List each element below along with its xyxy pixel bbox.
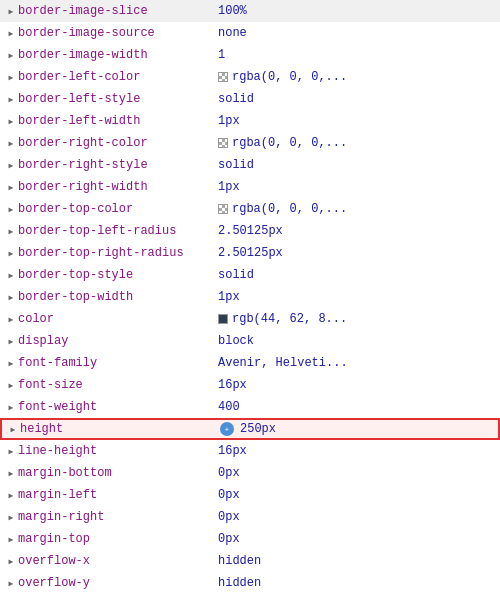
expand-arrow-height[interactable]: ▶	[6, 422, 20, 436]
prop-name-overflow-x: overflow-x	[18, 554, 218, 568]
expand-arrow-border-left-color[interactable]: ▶	[4, 70, 18, 84]
color-swatch-border-top-color[interactable]	[218, 204, 228, 214]
prop-value-line-height: 16px	[218, 444, 500, 458]
color-swatch-border-left-color[interactable]	[218, 72, 228, 82]
css-row-border-right-style[interactable]: ▶border-right-stylesolid	[0, 154, 500, 176]
prop-value-text-font-weight: 400	[218, 400, 240, 414]
css-row-margin-top[interactable]: ▶margin-top0px	[0, 528, 500, 550]
prop-value-text-border-top-style: solid	[218, 268, 254, 282]
expand-arrow-border-top-style[interactable]: ▶	[4, 268, 18, 282]
css-row-border-left-style[interactable]: ▶border-left-stylesolid	[0, 88, 500, 110]
css-row-margin-bottom[interactable]: ▶margin-bottom0px	[0, 462, 500, 484]
css-row-line-height[interactable]: ▶line-height16px	[0, 440, 500, 462]
prop-value-text-border-left-style: solid	[218, 92, 254, 106]
css-row-border-image-width[interactable]: ▶border-image-width1	[0, 44, 500, 66]
expand-arrow-border-left-width[interactable]: ▶	[4, 114, 18, 128]
prop-name-border-right-style: border-right-style	[18, 158, 218, 172]
color-swatch-color[interactable]	[218, 314, 228, 324]
expand-arrow-border-left-style[interactable]: ▶	[4, 92, 18, 106]
css-row-font-weight[interactable]: ▶font-weight400	[0, 396, 500, 418]
expand-arrow-border-top-width[interactable]: ▶	[4, 290, 18, 304]
prop-value-text-font-family: Avenir, Helveti...	[218, 356, 348, 370]
css-row-height[interactable]: ▶height+250px	[0, 418, 500, 440]
expand-arrow-font-weight[interactable]: ▶	[4, 400, 18, 414]
prop-value-text-overflow-x: hidden	[218, 554, 261, 568]
expand-arrow-font-family[interactable]: ▶	[4, 356, 18, 370]
prop-value-text-height: 250px	[240, 422, 276, 436]
css-row-margin-right[interactable]: ▶margin-right0px	[0, 506, 500, 528]
edit-icon-height[interactable]: +	[220, 422, 234, 436]
expand-arrow-margin-top[interactable]: ▶	[4, 532, 18, 546]
prop-value-border-right-width: 1px	[218, 180, 500, 194]
prop-value-overflow-x: hidden	[218, 554, 500, 568]
prop-name-border-left-width: border-left-width	[18, 114, 218, 128]
expand-arrow-border-image-source[interactable]: ▶	[4, 26, 18, 40]
expand-arrow-overflow-x[interactable]: ▶	[4, 554, 18, 568]
prop-value-text-border-image-slice: 100%	[218, 4, 247, 18]
prop-value-margin-bottom: 0px	[218, 466, 500, 480]
css-row-border-top-right-radius[interactable]: ▶border-top-right-radius2.50125px	[0, 242, 500, 264]
expand-arrow-border-image-slice[interactable]: ▶	[4, 4, 18, 18]
prop-value-overflow-y: hidden	[218, 576, 500, 590]
css-row-border-top-style[interactable]: ▶border-top-stylesolid	[0, 264, 500, 286]
prop-value-text-border-image-width: 1	[218, 48, 225, 62]
prop-name-margin-top: margin-top	[18, 532, 218, 546]
css-row-font-size[interactable]: ▶font-size16px	[0, 374, 500, 396]
css-row-margin-left[interactable]: ▶margin-left0px	[0, 484, 500, 506]
prop-value-text-margin-top: 0px	[218, 532, 240, 546]
prop-value-text-border-image-source: none	[218, 26, 247, 40]
prop-value-text-border-right-style: solid	[218, 158, 254, 172]
expand-arrow-display[interactable]: ▶	[4, 334, 18, 348]
expand-arrow-border-right-width[interactable]: ▶	[4, 180, 18, 194]
prop-value-text-margin-left: 0px	[218, 488, 240, 502]
css-row-overflow-y[interactable]: ▶overflow-yhidden	[0, 572, 500, 594]
prop-name-font-weight: font-weight	[18, 400, 218, 414]
prop-value-border-top-style: solid	[218, 268, 500, 282]
prop-value-font-size: 16px	[218, 378, 500, 392]
css-row-font-family[interactable]: ▶font-familyAvenir, Helveti...	[0, 352, 500, 374]
prop-value-margin-left: 0px	[218, 488, 500, 502]
expand-arrow-border-image-width[interactable]: ▶	[4, 48, 18, 62]
prop-name-font-family: font-family	[18, 356, 218, 370]
css-row-color[interactable]: ▶colorrgb(44, 62, 8...	[0, 308, 500, 330]
prop-value-text-margin-bottom: 0px	[218, 466, 240, 480]
expand-arrow-margin-bottom[interactable]: ▶	[4, 466, 18, 480]
expand-arrow-border-top-color[interactable]: ▶	[4, 202, 18, 216]
css-row-border-image-slice[interactable]: ▶border-image-slice100%	[0, 0, 500, 22]
expand-arrow-border-top-right-radius[interactable]: ▶	[4, 246, 18, 260]
css-row-display[interactable]: ▶displayblock	[0, 330, 500, 352]
expand-arrow-line-height[interactable]: ▶	[4, 444, 18, 458]
prop-name-line-height: line-height	[18, 444, 218, 458]
css-row-overflow-x[interactable]: ▶overflow-xhidden	[0, 550, 500, 572]
prop-name-display: display	[18, 334, 218, 348]
prop-value-border-image-slice: 100%	[218, 4, 500, 18]
prop-value-border-left-width: 1px	[218, 114, 500, 128]
css-row-border-left-color[interactable]: ▶border-left-colorrgba(0, 0, 0,...	[0, 66, 500, 88]
expand-arrow-margin-left[interactable]: ▶	[4, 488, 18, 502]
prop-value-text-border-left-color: rgba(0, 0, 0,...	[232, 70, 347, 84]
expand-arrow-font-size[interactable]: ▶	[4, 378, 18, 392]
prop-name-border-left-style: border-left-style	[18, 92, 218, 106]
css-row-border-right-width[interactable]: ▶border-right-width1px	[0, 176, 500, 198]
expand-arrow-border-top-left-radius[interactable]: ▶	[4, 224, 18, 238]
css-row-border-left-width[interactable]: ▶border-left-width1px	[0, 110, 500, 132]
prop-value-text-overflow-y: hidden	[218, 576, 261, 590]
prop-name-border-image-source: border-image-source	[18, 26, 218, 40]
css-row-border-top-width[interactable]: ▶border-top-width1px	[0, 286, 500, 308]
color-swatch-border-right-color[interactable]	[218, 138, 228, 148]
prop-value-text-border-left-width: 1px	[218, 114, 240, 128]
css-row-border-image-source[interactable]: ▶border-image-sourcenone	[0, 22, 500, 44]
prop-value-border-top-right-radius: 2.50125px	[218, 246, 500, 260]
css-row-border-top-left-radius[interactable]: ▶border-top-left-radius2.50125px	[0, 220, 500, 242]
expand-arrow-color[interactable]: ▶	[4, 312, 18, 326]
prop-name-margin-left: margin-left	[18, 488, 218, 502]
prop-value-font-family: Avenir, Helveti...	[218, 356, 500, 370]
prop-value-height: +250px	[220, 422, 498, 436]
css-row-border-top-color[interactable]: ▶border-top-colorrgba(0, 0, 0,...	[0, 198, 500, 220]
prop-value-border-right-color: rgba(0, 0, 0,...	[218, 136, 500, 150]
css-row-border-right-color[interactable]: ▶border-right-colorrgba(0, 0, 0,...	[0, 132, 500, 154]
expand-arrow-border-right-style[interactable]: ▶	[4, 158, 18, 172]
expand-arrow-border-right-color[interactable]: ▶	[4, 136, 18, 150]
expand-arrow-margin-right[interactable]: ▶	[4, 510, 18, 524]
expand-arrow-overflow-y[interactable]: ▶	[4, 576, 18, 590]
